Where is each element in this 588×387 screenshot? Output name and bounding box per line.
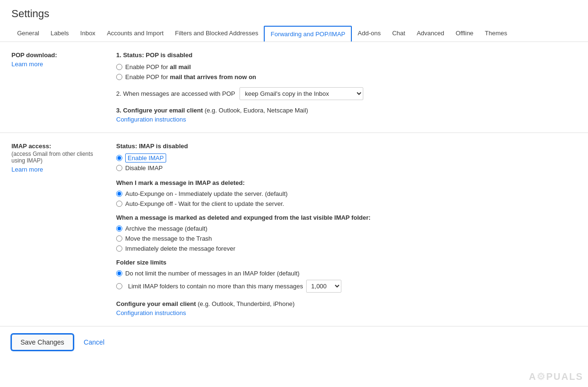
no-limit-label: Do not limit the number of messages in a… [125, 270, 299, 277]
cancel-button[interactable]: Cancel [77, 335, 111, 350]
limit-radio[interactable] [116, 283, 122, 289]
no-limit-option: Do not limit the number of messages in a… [116, 270, 577, 277]
pop-all-mail-option: Enable POP for all mail [116, 63, 577, 71]
archive-label: Archive the message (default) [125, 225, 208, 232]
auto-expunge-on-label: Auto-Expunge on - Immediately update the… [125, 190, 288, 197]
pop-configure-row: 3. Configure your email client (e.g. Out… [116, 107, 577, 114]
auto-expunge-off-label: Auto-Expunge off - Wait for the client t… [125, 200, 284, 207]
limit-select[interactable]: 1,000 2,000 5,000 10,000 [306, 280, 341, 293]
imap-status: Status: IMAP is disabled [116, 143, 577, 150]
tab-forwarding[interactable]: Forwarding and POP/IMAP [264, 26, 352, 41]
imap-label-area: IMAP access: (access Gmail from other cl… [11, 143, 116, 316]
watermark: A⚙PUALS [529, 371, 583, 382]
archive-radio[interactable] [116, 225, 122, 232]
imap-deleted-heading: When I mark a message in IMAP as deleted… [116, 179, 577, 186]
imap-configure-label: Configure your email client [116, 300, 196, 307]
folder-size-heading: Folder size limits [116, 259, 577, 266]
imap-section-label: IMAP access: [11, 143, 107, 150]
pop-all-radio[interactable] [116, 64, 122, 70]
delete-forever-label: Immediately delete the message forever [125, 245, 235, 252]
tab-inbox[interactable]: Inbox [75, 26, 101, 41]
imap-enable-radio[interactable] [116, 155, 122, 161]
imap-content: Status: IMAP is disabled Enable IMAP Dis… [116, 143, 577, 316]
pop-when-row: 2. When messages are accessed with POP k… [116, 87, 577, 100]
pop-learn-more[interactable]: Learn more [11, 61, 107, 68]
tab-accounts-import[interactable]: Accounts and Import [101, 26, 169, 41]
trash-option: Move the message to the Trash [116, 235, 577, 242]
imap-enable-label: Enable IMAP [125, 154, 166, 162]
pop-new-radio[interactable] [116, 74, 122, 80]
imap-enable-option: Enable IMAP [116, 154, 577, 162]
pop-content: 1. Status: POP is disabled Enable POP fo… [116, 51, 577, 123]
page-title: Settings [11, 8, 577, 20]
pop-section: POP download: Learn more 1. Status: POP … [0, 42, 588, 133]
pop-section-label: POP download: [11, 51, 107, 59]
trash-radio[interactable] [116, 235, 122, 242]
imap-disable-option: Disable IMAP [116, 164, 577, 172]
pop-config-link[interactable]: Configuration instructions [116, 116, 186, 123]
auto-expunge-on-radio[interactable] [116, 191, 122, 197]
settings-content: POP download: Learn more 1. Status: POP … [0, 42, 588, 326]
archive-option: Archive the message (default) [116, 225, 577, 232]
auto-expunge-off-radio[interactable] [116, 201, 122, 207]
gear-icon: ⚙ [537, 371, 546, 382]
imap-section: IMAP access: (access Gmail from other cl… [0, 133, 588, 326]
imap-disable-radio[interactable] [116, 165, 122, 171]
pop-all-label: Enable POP for all mail [125, 63, 191, 71]
tab-general[interactable]: General [11, 26, 45, 41]
tab-chat[interactable]: Chat [387, 26, 411, 41]
delete-forever-radio[interactable] [116, 245, 122, 252]
save-changes-button[interactable]: Save Changes [11, 334, 73, 350]
page-header: Settings General Labels Inbox Accounts a… [0, 0, 588, 42]
imap-section-subtitle: (access Gmail from other clients using I… [11, 151, 107, 164]
tab-themes[interactable]: Themes [479, 26, 513, 41]
auto-expunge-on-option: Auto-Expunge on - Immediately update the… [116, 190, 577, 197]
imap-disable-label: Disable IMAP [125, 164, 163, 172]
pop-configure-sub: (e.g. Outlook, Eudora, Netscape Mail) [205, 107, 309, 114]
auto-expunge-off-option: Auto-Expunge off - Wait for the client t… [116, 200, 577, 207]
pop-new-mail-option: Enable POP for mail that arrives from no… [116, 73, 577, 81]
pop-configure-label: 3. Configure your email client [116, 107, 203, 114]
delete-forever-option: Immediately delete the message forever [116, 245, 577, 252]
pop-status: 1. Status: POP is disabled [116, 51, 577, 59]
trash-label: Move the message to the Trash [125, 235, 212, 242]
pop-label-area: POP download: Learn more [11, 51, 116, 123]
limit-option: Limit IMAP folders to contain no more th… [116, 280, 577, 293]
pop-when-label: 2. When messages are accessed with POP [116, 90, 235, 97]
tab-addons[interactable]: Add-ons [352, 26, 386, 41]
pop-when-select[interactable]: keep Gmail's copy in the Inbox mark Gmai… [239, 87, 363, 100]
tab-advanced[interactable]: Advanced [411, 26, 450, 41]
tab-filters[interactable]: Filters and Blocked Addresses [169, 26, 264, 41]
tab-labels[interactable]: Labels [45, 26, 74, 41]
imap-config-link[interactable]: Configuration instructions [116, 309, 186, 316]
tab-offline[interactable]: Offline [450, 26, 479, 41]
pop-new-label: Enable POP for mail that arrives from no… [125, 73, 256, 81]
imap-configure-sub: (e.g. Outlook, Thunderbird, iPhone) [198, 300, 295, 307]
no-limit-radio[interactable] [116, 270, 122, 276]
tabs-nav: General Labels Inbox Accounts and Import… [11, 26, 577, 41]
footer-bar: Save Changes Cancel [0, 326, 588, 358]
limit-label: Limit IMAP folders to contain no more th… [128, 283, 303, 290]
imap-expunged-heading: When a message is marked as deleted and … [116, 214, 577, 221]
imap-learn-more[interactable]: Learn more [11, 166, 107, 173]
imap-configure-row: Configure your email client (e.g. Outloo… [116, 300, 577, 307]
